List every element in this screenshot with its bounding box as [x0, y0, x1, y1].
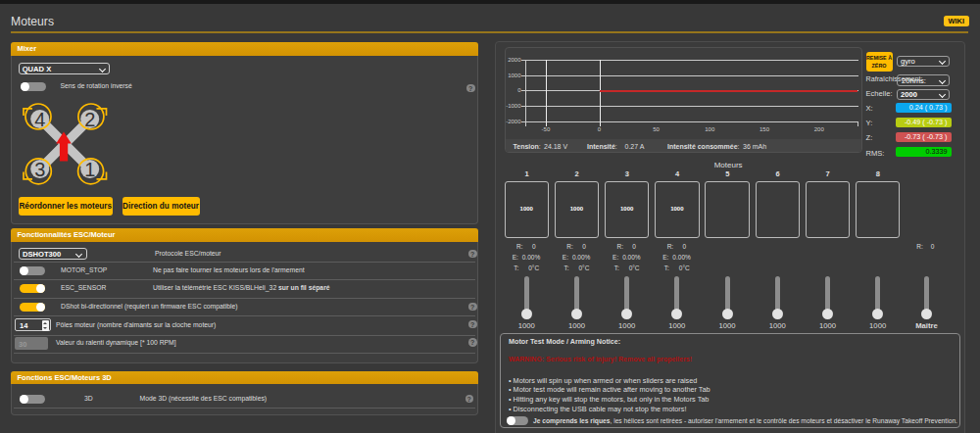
svg-text:4: 4: [34, 108, 45, 129]
svg-text:2: 2: [84, 108, 95, 129]
svg-text:1: 1: [84, 158, 95, 179]
svg-text:3: 3: [34, 158, 45, 179]
